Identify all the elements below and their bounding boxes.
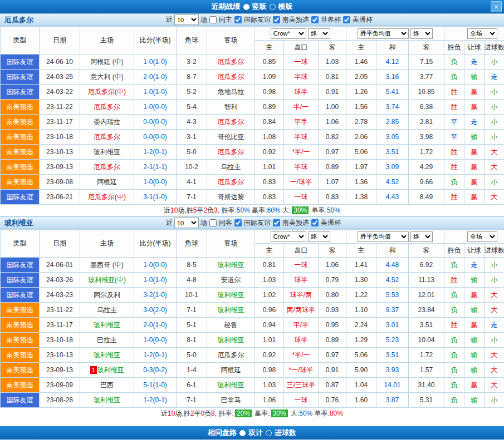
handicap-result-cell: 赢 [464, 378, 485, 393]
away-team-cell: 阿根廷 [207, 363, 255, 378]
competition-checkbox-0[interactable] [234, 219, 242, 226]
scope-select[interactable]: 全场 [467, 28, 497, 39]
type-cell: 国际友谊 [1, 273, 40, 288]
double-count-label[interactable]: 双计 [248, 428, 263, 438]
ah-home-odds-cell: 1.01 [255, 160, 284, 175]
company-select[interactable]: Crow* [271, 231, 306, 242]
competition-checkbox-2[interactable] [311, 16, 319, 23]
competition-label: 美洲杯 [321, 218, 341, 228]
lose-odds-cell: 6.92 [409, 258, 444, 273]
draw-odds-cell: 3.74 [376, 100, 409, 115]
home-team-cell: 阿尔及利 [80, 288, 134, 303]
draw-odds-cell: 4.52 [376, 175, 409, 190]
wdl-final-select[interactable]: 终 [410, 231, 433, 242]
summary-segment: 大: [281, 206, 291, 214]
col-score: 比分(半场) [134, 27, 177, 55]
horizontal-layout-radio[interactable] [270, 4, 276, 10]
score-cell: 2-0(1-0) [134, 318, 177, 333]
handicap-result-cell: 赢 [464, 160, 485, 175]
games-label: 场 [200, 218, 207, 228]
handicap-result-cell: 输 [464, 363, 485, 378]
result-cell: 负 [444, 70, 464, 85]
ah-away-odds-cell: 0.95 [319, 318, 346, 333]
horizontal-layout-label[interactable]: 横版 [278, 2, 293, 12]
goals-result-cell: 小 [485, 393, 504, 408]
corners-cell: 7-1 [177, 393, 207, 408]
close-icon[interactable]: × [491, 1, 502, 12]
goals-result-cell: 小 [485, 115, 504, 130]
draw-odds-cell: 4.48 [376, 258, 409, 273]
vertical-layout-label[interactable]: 竖版 [252, 2, 267, 12]
date-cell: 23-10-18 [40, 130, 80, 145]
wdl-select[interactable]: 胜平负均值 [358, 231, 409, 242]
double-count-radio[interactable] [239, 430, 246, 436]
col-away: 客场 [207, 27, 255, 55]
team-name: 玻利维亚 [0, 218, 33, 228]
goals-result-cell: 大 [485, 363, 504, 378]
competition-checkbox-0[interactable] [234, 16, 242, 23]
draw-odds-cell: 4.43 [376, 190, 409, 205]
goals-count-label[interactable]: 进球数 [275, 428, 296, 438]
company-select[interactable]: Crow* [271, 28, 306, 39]
away-team-cell: 厄瓜多尔 [207, 175, 255, 190]
goals-count-radio[interactable] [266, 430, 272, 436]
competition-checkbox-2[interactable] [311, 219, 319, 226]
home-team-cell: 1玻利维亚 [80, 363, 134, 378]
handicap-cell: *一/球半 [284, 363, 319, 378]
scope-group-header: 全场 [444, 27, 504, 41]
win-odds-cell: 1.29 [346, 333, 376, 348]
handicap-result-cell: 赢 [464, 175, 485, 190]
competition-checkbox-1[interactable] [273, 219, 280, 226]
handicap-cell: 半球 [284, 70, 319, 85]
match-row: 南美预选23-09-131玻利维亚0-3(0-2)1-4阿根廷0.98*一/球半… [1, 363, 504, 378]
home-team-cell: 厄瓜多尔(中) [80, 190, 134, 205]
win-odds-cell: 1.60 [346, 393, 376, 408]
date-cell: 23-06-21 [40, 190, 80, 205]
score-cell: 0-0(0-0) [134, 130, 177, 145]
home-team-cell: 厄瓜多尔 [80, 130, 134, 145]
summary-segment: 近 [164, 206, 170, 214]
wdl-select[interactable]: 胜平负均值 [358, 28, 409, 39]
home-team-cell: 墨西哥 (中) [80, 258, 134, 273]
draw-odds-cell: 5.23 [376, 333, 409, 348]
red-card-badge: 1 [90, 366, 97, 374]
col-1x2-away: 客 [409, 244, 444, 258]
company-final-select[interactable]: 终 [308, 28, 330, 39]
handicap-result-cell: 走 [464, 258, 485, 273]
ah-away-odds-cell: 1.06 [319, 115, 346, 130]
col-handicap-result: 让球 [464, 244, 485, 258]
wdl-group-header: 胜平负均值 终 [346, 230, 444, 244]
goals-result-cell: 小 [485, 258, 504, 273]
same-venue-checkbox[interactable] [209, 16, 217, 23]
vertical-layout-radio[interactable] [243, 4, 249, 10]
team-section-bolivia: 玻利维亚 近10场同客国际友谊南美预选美洲杯 类型 日期 主场 比分(半场) 角… [0, 216, 504, 420]
competition-label: 美洲杯 [353, 15, 373, 24]
home-team-cell: 厄瓜多尔(中) [80, 85, 134, 100]
col-result: 胜负 [444, 244, 464, 258]
same-venue-checkbox[interactable] [209, 219, 217, 226]
draw-odds-cell: 3.16 [376, 70, 409, 85]
scope-select[interactable]: 全场 [467, 231, 497, 242]
type-cell: 国际友谊 [1, 393, 40, 408]
lose-odds-cell: 12.01 [409, 288, 444, 303]
home-team-cell: 意大利 (中) [80, 70, 134, 85]
recent-count-select[interactable]: 10 [174, 218, 199, 228]
handicap-group-header: Crow* 终 [255, 27, 346, 41]
handicap-cell: 两/两球半 [284, 303, 319, 318]
competition-checkbox-1[interactable] [273, 16, 280, 23]
handicap-cell: 半/一 [284, 100, 319, 115]
wdl-final-select[interactable]: 终 [410, 28, 433, 39]
corners-cell: 7-1 [177, 303, 207, 318]
recent-count-select[interactable]: 10 [174, 14, 199, 25]
company-final-select[interactable]: 终 [308, 231, 330, 242]
date-cell: 24-06-01 [40, 258, 80, 273]
col-1x2-draw: 和 [376, 244, 409, 258]
score-cell: 2-0(1-0) [134, 70, 177, 85]
summary-segment: 场,胜 [175, 410, 190, 417]
draw-odds-cell: 3.01 [376, 318, 409, 333]
header-row-groups: 类型 日期 主场 比分(半场) 角球 客场 Crow* 终 胜平负均值 终 全场 [1, 230, 504, 244]
team-section-header: 玻利维亚 近10场同客国际友谊南美预选美洲杯 [0, 216, 504, 229]
summary-segment: 单率: [310, 206, 327, 214]
competition-checkbox-3[interactable] [343, 16, 350, 23]
summary-segment: 50% [327, 206, 340, 214]
